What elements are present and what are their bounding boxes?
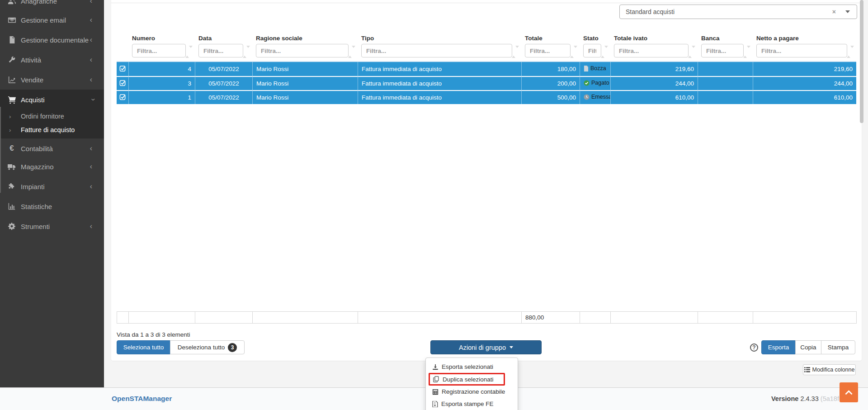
sort-icon[interactable] xyxy=(512,48,519,56)
sidebar-item-anagrafiche[interactable]: Anagrafiche ‹ xyxy=(0,0,104,11)
column-header-totale-ivato[interactable]: Totale ivato xyxy=(610,33,698,62)
filter-input-tipo[interactable] xyxy=(361,44,512,57)
table-row[interactable]: 1 05/07/2022 Mario Rossi Fattura immedia… xyxy=(117,90,856,104)
copy-button[interactable]: Copia xyxy=(795,340,821,354)
sidebar-item-acquisti[interactable]: Acquisti ‹ xyxy=(0,90,104,110)
column-header-totale[interactable]: Totale xyxy=(521,33,580,62)
export-button[interactable]: Esporta xyxy=(761,340,796,354)
sidebar-item-label: Contabilità xyxy=(21,145,53,153)
list-columns-icon xyxy=(804,367,810,372)
clear-icon[interactable]: × xyxy=(832,8,836,15)
print-profile-select[interactable]: Standard acquisti × xyxy=(619,5,857,19)
menu-item-label: Esporta selezionati xyxy=(442,363,493,370)
shopping-cart-icon xyxy=(7,95,17,104)
deselect-all-button[interactable]: Deseleziona tutto 3 xyxy=(170,340,245,354)
print-button[interactable]: Stampa xyxy=(821,340,855,354)
sidebar-item-vendite[interactable]: Vendite ‹ xyxy=(0,70,104,90)
check-square-icon xyxy=(119,94,126,100)
column-header-numero[interactable]: Numero xyxy=(128,33,195,62)
calculator-icon xyxy=(432,389,439,395)
filter-input-numero[interactable] xyxy=(132,44,186,57)
file-archive-icon xyxy=(432,401,438,407)
sort-icon[interactable] xyxy=(185,48,193,56)
sidebar-item-label: Acquisti xyxy=(21,96,45,104)
column-header-data[interactable]: Data xyxy=(195,33,252,62)
sidebar-item-label: Vendite xyxy=(21,76,43,84)
sidebar-item-label: Gestione email xyxy=(21,16,66,24)
sidebar-item-gestione-email[interactable]: Gestione email ‹ xyxy=(0,10,104,30)
chevron-left-icon: ‹ xyxy=(90,76,92,84)
table-row[interactable]: 3 05/07/2022 Mario Rossi Fattura immedia… xyxy=(117,76,856,90)
sidebar-item-strumenti[interactable]: Strumenti ‹ xyxy=(0,216,104,236)
cell-tipo: Fattura immediata di acquisto xyxy=(358,90,521,104)
sidebar-item-statistiche[interactable]: Statistiche xyxy=(0,196,104,216)
selection-button-group: Seleziona tutto Deseleziona tutto 3 xyxy=(117,340,245,354)
row-checkbox[interactable] xyxy=(117,90,128,104)
edit-columns-button[interactable]: Modifica colonne xyxy=(803,364,856,375)
filter-input-netto-a-pagare[interactable] xyxy=(756,44,847,57)
sidebar-subitem-ordini-fornitore[interactable]: › Ordini fornitore xyxy=(0,110,104,123)
sidebar-item-magazzino[interactable]: Magazzino ‹ xyxy=(0,157,104,176)
sort-icon[interactable] xyxy=(847,48,854,56)
sort-icon[interactable] xyxy=(243,48,250,56)
filter-input-data[interactable] xyxy=(198,44,243,57)
sidebar-item-label: Strumenti xyxy=(21,223,50,230)
sidebar-item-impianti[interactable]: Impianti ‹ xyxy=(0,176,104,196)
sort-icon[interactable] xyxy=(743,48,750,56)
filter-input-totale-ivato[interactable] xyxy=(614,44,689,57)
sidebar-item-gestione-documentale[interactable]: Gestione documentale ‹ xyxy=(0,30,104,50)
cell-ragione-sociale: Mario Rossi xyxy=(252,76,358,90)
sort-icon[interactable] xyxy=(601,48,608,56)
sidebar-item-contabilita[interactable]: € Contabilità ‹ xyxy=(0,138,104,158)
clock-icon xyxy=(584,94,590,100)
version-number: 2.4.33 xyxy=(800,395,818,402)
edit-columns-label: Modifica colonne xyxy=(812,367,855,373)
row-checkbox[interactable] xyxy=(117,76,128,90)
menu-item-duplica-selezionati[interactable]: Duplica selezionati xyxy=(429,373,505,386)
sidebar-subitem-fatture-di-acquisto[interactable]: › Fatture di acquisto xyxy=(0,123,104,137)
cell-numero: 1 xyxy=(128,90,195,104)
filter-input-banca[interactable] xyxy=(701,44,744,57)
cell-stato: Pagato xyxy=(580,76,610,90)
menu-item-esporta-selezionati[interactable]: Esporta selezionati xyxy=(426,361,518,373)
totals-cell-totale: 880,00 xyxy=(522,312,580,324)
version-label: Versione xyxy=(771,395,798,402)
sort-icon[interactable] xyxy=(688,48,695,56)
sidebar-item-label: Gestione documentale xyxy=(21,36,89,44)
puzzle-icon xyxy=(7,182,17,191)
row-checkbox[interactable] xyxy=(117,62,128,76)
filter-input-stato[interactable] xyxy=(583,44,601,57)
column-header-tipo[interactable]: Tipo xyxy=(358,33,521,62)
column-header-banca[interactable]: Banca xyxy=(698,33,753,62)
brand-link[interactable]: OpenSTAManager xyxy=(112,395,172,403)
cell-totale-ivato: 244,00 xyxy=(610,76,698,90)
back-to-top-button[interactable] xyxy=(840,382,858,402)
column-header-ragione-sociale[interactable]: Ragione sociale xyxy=(252,33,358,62)
group-actions-button[interactable]: Azioni di gruppo xyxy=(430,340,542,354)
filter-input-totale[interactable] xyxy=(525,44,571,57)
cell-stato: Emessa xyxy=(580,90,610,104)
document-icon xyxy=(7,35,17,44)
table-row[interactable]: 4 05/07/2022 Mario Rossi Fattura immedia… xyxy=(117,62,856,76)
sort-icon[interactable] xyxy=(348,48,355,56)
totals-cell xyxy=(195,312,253,324)
select-all-button[interactable]: Seleziona tutto xyxy=(117,340,170,354)
column-label: Data xyxy=(198,34,243,43)
column-header-netto-a-pagare[interactable]: Netto a pagare xyxy=(753,33,856,62)
sidebar-item-attivita[interactable]: Attività ‹ xyxy=(0,50,104,70)
question-circle-icon[interactable]: ? xyxy=(750,343,758,352)
column-header-stato[interactable]: Stato xyxy=(580,33,610,62)
users-icon xyxy=(7,0,17,5)
selection-count-badge: 3 xyxy=(228,343,237,352)
sidebar-item-label: Anagrafiche xyxy=(21,0,57,5)
cell-netto-a-pagare: 244,00 xyxy=(753,76,856,90)
chevron-left-icon: ‹ xyxy=(90,182,92,191)
gear-icon xyxy=(7,222,17,231)
cell-data: 05/07/2022 xyxy=(195,90,252,104)
menu-item-esporta-stampe-fe[interactable]: Esporta stampe FE xyxy=(426,398,518,410)
filter-input-ragione-sociale[interactable] xyxy=(256,44,349,57)
menu-item-registrazione-contabile[interactable]: Registrazione contabile xyxy=(426,386,518,398)
menu-item-label: Registrazione contabile xyxy=(442,388,505,395)
page-scrollbar-thumb[interactable] xyxy=(860,0,863,123)
sort-icon[interactable] xyxy=(570,48,577,56)
